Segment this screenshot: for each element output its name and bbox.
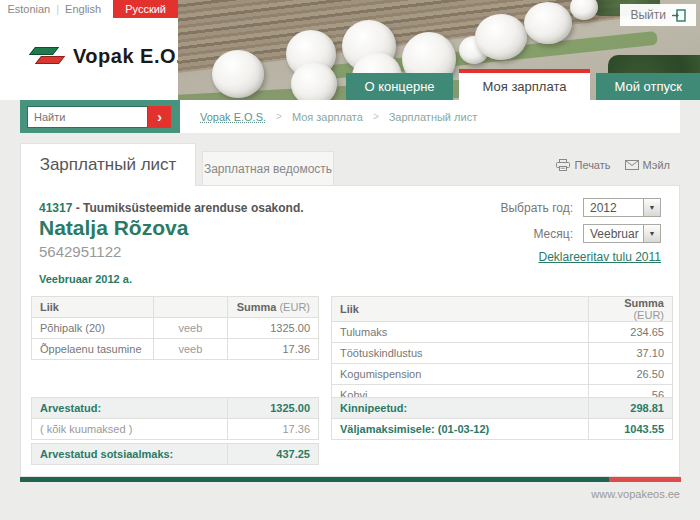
print-label: Печать (574, 159, 610, 171)
summary-value: 1325.00 (228, 398, 319, 419)
envelope-icon (625, 160, 639, 170)
employee-code: 41317 (39, 201, 72, 215)
deductions-table: Liik Summa (EUR) Tulumaks 234.65 Töötusk… (331, 296, 673, 406)
main-navigation: О концерне Моя зарплата Мой отпуск (340, 69, 700, 100)
summary-label: Arvestatud: (32, 398, 228, 419)
document-tabs: Зарплатный лист Зарплатная ведомость Печ… (20, 143, 680, 185)
storage-tank-shape (291, 62, 337, 100)
search-input[interactable] (27, 106, 148, 128)
deduction-summa: 26.50 (589, 364, 673, 385)
payout-label: Väljamaksimisele: (01-03-12) (332, 419, 589, 440)
social-tax-table: Arvestatud sotsiaalmaks: 437.25 (31, 443, 319, 465)
summary-label: ( kõik kuumaksed ) (32, 419, 228, 440)
deductions-header-liik: Liik (332, 297, 589, 322)
lang-russian[interactable]: Русский (113, 0, 178, 18)
lang-estonian[interactable]: Estonian (1, 3, 56, 15)
earnings-liik: Põhipalk (20) (32, 318, 154, 339)
earnings-header-blank (153, 297, 228, 318)
filters: Выбрать год: 2012 ▼ Месяц: Veebruar ▼ De… (500, 198, 661, 264)
breadcrumb-current: Зарплатный лист (389, 111, 477, 123)
earnings-header-liik: Liik (32, 297, 154, 318)
company-logo[interactable]: Vopak E.O.S. (28, 44, 202, 68)
deductions-header-summa: Summa (EUR) (589, 297, 673, 322)
table-row: Töötuskindlustus 37.10 (332, 343, 673, 364)
storage-tank-shape (212, 50, 264, 98)
search-button[interactable]: › (148, 106, 171, 128)
breadcrumb: Vopak E.O.S. > Моя зарплата > Зарплатный… (180, 100, 680, 133)
search-box: › (20, 100, 180, 133)
table-row: Põhipalk (20) veeb 1325.00 (32, 318, 319, 339)
table-row: Väljamaksimisele: (01-03-12) 1043.55 (332, 419, 673, 440)
storage-tank-shape (475, 14, 527, 60)
earnings-liik: Õppelaenu tasumine (32, 339, 154, 360)
deductions-summary-table: Kinnipeetud: 298.81 Väljamaksimisele: (0… (331, 397, 673, 440)
earnings-summary-table: Arvestatud: 1325.00 ( kõik kuumaksed ) 1… (31, 397, 319, 440)
year-select-value: 2012 (590, 201, 617, 215)
chevron-down-icon[interactable]: ▼ (643, 199, 660, 216)
tab-payslip[interactable]: Зарплатный лист (20, 143, 196, 186)
vopak-logo-icon (28, 44, 66, 68)
deduction-liik: Kogumispension (332, 364, 589, 385)
breadcrumb-salary[interactable]: Моя зарплата (292, 111, 363, 123)
earnings-header-summa: Summa (EUR) (228, 297, 319, 318)
deduction-summa: 37.10 (589, 343, 673, 364)
nav-tab-concern[interactable]: О концерне (346, 73, 452, 100)
nav-tab-salary[interactable]: Моя зарплата (459, 69, 591, 100)
footer-website-link[interactable]: www.vopakeos.ee (591, 488, 680, 500)
page: Estonian | English Русский Vopak E.O.S. (0, 0, 700, 520)
table-row: ( kõik kuumaksed ) 17.36 (32, 419, 319, 440)
employee-name: Natalja Rõzova (39, 216, 188, 240)
earnings-period: veeb (153, 339, 228, 360)
payout-value: 1043.55 (589, 419, 673, 440)
table-row: Arvestatud: 1325.00 (32, 398, 319, 419)
exit-door-icon (672, 9, 686, 22)
logout-label: Выйти (630, 8, 666, 22)
mail-button[interactable]: Мэйл (625, 159, 670, 171)
deduction-liik: Tulumaks (332, 322, 589, 343)
header-photo: Выйти О концерне Моя зарплата Мой отпуск (178, 0, 700, 100)
breadcrumb-separator: > (373, 111, 379, 122)
table-row: Tulumaks 234.65 (332, 322, 673, 343)
year-select-label: Выбрать год: (500, 201, 573, 215)
print-button[interactable]: Печать (556, 159, 610, 171)
header: Estonian | English Русский Vopak E.O.S. (0, 0, 700, 100)
table-row: Kinnipeetud: 298.81 (332, 398, 673, 419)
lang-english[interactable]: English (59, 3, 107, 15)
logout-button[interactable]: Выйти (620, 4, 696, 26)
earnings-summa: 1325.00 (228, 318, 319, 339)
footer-accent-bar (20, 477, 681, 482)
summary-value: 298.81 (589, 398, 673, 419)
mid-bar: › Vopak E.O.S. > Моя зарплата > Зарплатн… (0, 100, 700, 133)
chevron-down-icon[interactable]: ▼ (643, 225, 660, 242)
breadcrumb-home[interactable]: Vopak E.O.S. (200, 111, 266, 123)
deductions-header-row: Liik Summa (EUR) (332, 297, 673, 322)
deduction-liik: Töötuskindlustus (332, 343, 589, 364)
earnings-summa: 17.36 (228, 339, 319, 360)
printer-icon (556, 159, 570, 171)
employee-department-line: 41317 - Tuumiksüsteemide arenduse osakon… (39, 201, 304, 215)
employee-id-number: 5642951122 (39, 243, 121, 260)
storage-tank-shape (524, 2, 572, 44)
table-row: Kogumispension 26.50 (332, 364, 673, 385)
table-row: Arvestatud sotsiaalmaks: 437.25 (32, 444, 319, 465)
earnings-period: veeb (153, 318, 228, 339)
month-select-value: Veebruar (590, 227, 639, 241)
year-select[interactable]: 2012 ▼ (583, 198, 661, 217)
declared-income-link[interactable]: Deklareeritav tulu 2011 (500, 250, 661, 264)
tab-payroll-statement[interactable]: Зарплатная ведомость (202, 151, 334, 186)
mail-label: Мэйл (643, 159, 670, 171)
social-tax-label: Arvestatud sotsiaalmaks: (32, 444, 228, 465)
earnings-header-row: Liik Summa (EUR) (32, 297, 319, 318)
summary-value: 17.36 (228, 419, 319, 440)
document-actions: Печать Мэйл (556, 159, 670, 171)
footer-accent-red (609, 477, 681, 482)
language-bar: Estonian | English Русский (0, 0, 178, 18)
month-select[interactable]: Veebruar ▼ (583, 224, 661, 243)
nav-tab-vacation[interactable]: Мой отпуск (596, 73, 700, 100)
social-tax-value: 437.25 (228, 444, 319, 465)
summary-label: Kinnipeetud: (332, 398, 589, 419)
employee-department: - Tuumiksüsteemide arenduse osakond. (76, 201, 304, 215)
table-row: Õppelaenu tasumine veeb 17.36 (32, 339, 319, 360)
period-label: Veebruaar 2012 a. (39, 273, 132, 285)
month-select-label: Месяц: (533, 227, 573, 241)
